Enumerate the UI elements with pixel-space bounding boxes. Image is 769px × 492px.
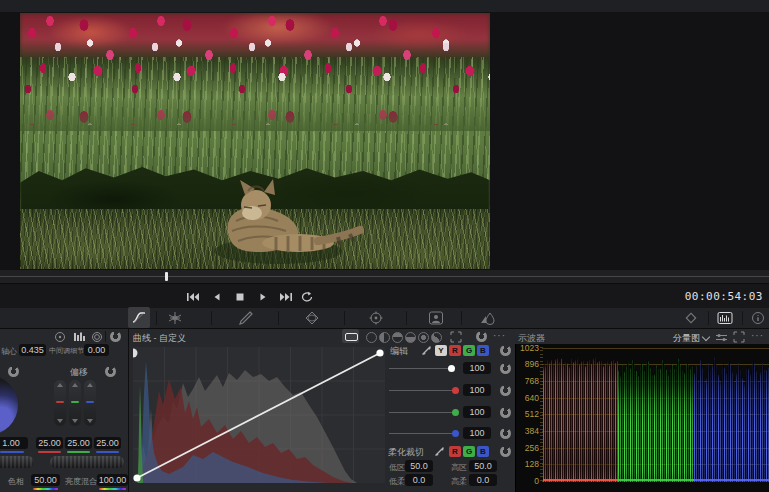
offset-green-bar[interactable] [69,380,81,426]
panel-reset-icon[interactable] [110,331,121,342]
magic-mask-palette-tab[interactable] [428,311,444,325]
g-gain-reset-icon[interactable] [500,407,511,418]
offset-color-wheel[interactable] [0,375,18,435]
offset-blue-value[interactable]: 25.00 [94,437,121,449]
edit-gang-link-icon[interactable] [421,345,432,356]
y-gain-slider[interactable] [389,368,455,369]
hue-value[interactable]: 50.00 [31,474,60,486]
scale-640: 640 [517,394,539,402]
high-soft-value[interactable]: 0.0 [469,474,497,486]
r-gain-slider[interactable] [389,390,455,391]
curve-mode-custom-icon[interactable] [342,329,359,343]
scopes-panel-button[interactable] [717,311,733,325]
edit-reset-icon[interactable] [500,345,511,356]
g-gain-slider-dot[interactable] [452,409,459,416]
first-frame-button[interactable] [186,291,200,303]
pivot-label: 轴心 [1,346,17,357]
edit-label: 编辑 [390,345,408,358]
y-gain-reset-icon[interactable] [500,363,511,374]
curve-mode-sat-vs-lum-icon[interactable] [431,332,442,343]
b-gain-value[interactable]: 100 [463,427,491,439]
scrubber-playhead[interactable] [165,272,168,281]
curves-palette-tab[interactable] [128,307,150,328]
curves-menu-dots[interactable]: ··· [493,330,506,341]
last-frame-button[interactable] [279,291,293,303]
low-soft-label: 低柔 [389,476,405,487]
step-back-button[interactable] [210,291,224,303]
lum-mix-value[interactable]: 100.00 [97,474,128,486]
window-palette-tab[interactable] [304,311,320,325]
scrubber-track[interactable] [0,276,769,277]
offset-reset-left-icon[interactable] [8,366,19,377]
curve-mode-hue-vs-hue-icon[interactable] [366,332,377,343]
curves-expand-icon[interactable] [450,331,462,343]
primaries-bars-panel: 轴心 0.435 中间调细节 0.00 偏移 1.00 25.00 25.00 … [0,329,129,492]
offset-blue-bar[interactable] [84,380,96,426]
curves-reset-icon[interactable] [476,331,487,342]
low-soft-value[interactable]: 0.0 [405,474,433,486]
toolbar-separator [278,311,279,325]
curve-graph[interactable] [133,347,385,483]
bars-mode-icon[interactable] [72,331,86,343]
r-gain-slider-dot[interactable] [452,387,459,394]
video-flower-fade [20,97,490,131]
info-button[interactable] [750,311,766,325]
offset-reset-icon[interactable] [105,366,116,377]
master-value[interactable]: 1.00 [0,437,28,449]
scale-896: 896 [517,360,539,368]
offset-green-value[interactable]: 25.00 [65,437,92,449]
tracker-palette-tab[interactable] [368,311,384,325]
log-wheels-mode-icon[interactable] [90,331,104,343]
pivot-value[interactable]: 0.435 [19,344,46,356]
timecode-display[interactable]: 00:00:54:03 [685,290,763,303]
channel-g-button[interactable]: G [463,345,475,356]
video-cat [198,171,368,269]
b-gain-slider[interactable] [389,433,455,434]
scope-menu-dots[interactable]: ··· [751,330,764,341]
loop-button[interactable] [300,291,314,303]
low-clip-value[interactable]: 50.0 [405,460,433,472]
toolbar-separator [708,311,709,325]
scope-settings-icon[interactable] [715,332,728,343]
high-clip-value[interactable]: 50.0 [469,460,497,472]
soft-clip-r-button[interactable]: R [449,446,461,457]
curve-mode-lum-vs-sat-icon[interactable] [405,332,416,343]
keyframes-panel-button[interactable] [683,311,699,325]
soft-clip-gang-link-icon[interactable] [434,446,445,457]
b-gain-slider-dot[interactable] [452,430,459,437]
stop-button[interactable] [233,291,247,303]
waveform-scope[interactable]: 1023 896 768 640 512 384 256 128 0 [515,344,769,492]
viewer-timeline-scrubber[interactable] [0,270,769,283]
qualifier-palette-tab[interactable] [237,311,253,325]
channel-y-button[interactable]: Y [435,345,447,356]
offset-master-wheel[interactable] [50,456,124,468]
r-gain-reset-icon[interactable] [500,385,511,396]
offset-red-bar[interactable] [54,380,66,426]
channel-b-button[interactable]: B [477,345,489,356]
y-gain-slider-dot[interactable] [448,365,455,372]
play-button[interactable] [256,291,270,303]
master-wheel[interactable] [0,456,34,468]
curve-mode-hue-vs-lum-icon[interactable] [392,332,403,343]
curve-mode-hue-vs-sat-icon[interactable] [379,332,390,343]
soft-clip-b-button[interactable]: B [477,446,489,457]
scope-expand-icon[interactable] [733,331,745,343]
g-gain-value[interactable]: 100 [463,406,491,418]
curve-mode-sat-vs-sat-icon[interactable] [418,332,429,343]
viewer-video[interactable] [20,13,490,269]
midtone-detail-value[interactable]: 0.00 [84,344,109,356]
soft-clip-g-button[interactable]: G [463,446,475,457]
y-gain-value[interactable]: 100 [463,362,491,374]
soft-clip-reset-icon[interactable] [500,446,511,457]
chevron-down-icon[interactable] [702,333,710,341]
offset-red-value[interactable]: 25.00 [36,437,63,449]
r-gain-value[interactable]: 100 [463,384,491,396]
channel-r-button[interactable]: R [449,345,461,356]
blur-palette-tab[interactable] [480,311,496,325]
color-warper-palette-tab[interactable] [167,311,183,325]
b-gain-reset-icon[interactable] [500,428,511,439]
wheels-mode-icon[interactable] [53,331,67,343]
g-gain-slider[interactable] [389,412,455,413]
scale-128: 128 [517,460,539,468]
scale-256: 256 [517,444,539,452]
